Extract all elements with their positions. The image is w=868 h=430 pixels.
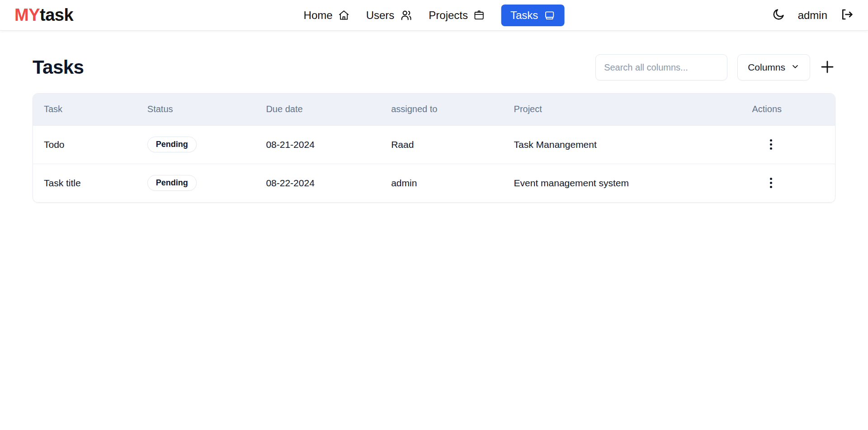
header-task[interactable]: Task xyxy=(33,94,137,125)
nav-users-label: Users xyxy=(366,9,395,22)
header-actions: Actions xyxy=(741,94,835,125)
row-actions-menu-button[interactable] xyxy=(766,137,776,151)
monitor-icon xyxy=(543,9,555,21)
cell-task: Task title xyxy=(33,164,137,202)
cell-task: Todo xyxy=(33,125,137,164)
header-assigned-to[interactable]: assigned to xyxy=(380,94,503,125)
logo-text-task: task xyxy=(40,5,73,24)
main-nav: Home Users Projects Tas xyxy=(304,0,565,31)
nav-home-label: Home xyxy=(304,9,333,22)
header-project[interactable]: Project xyxy=(503,94,741,125)
cell-assigned-to: Raad xyxy=(380,125,503,164)
logout-icon xyxy=(840,8,854,23)
table-row: Task title Pending 08-22-2024 admin Even… xyxy=(33,164,835,202)
cell-status: Pending xyxy=(137,164,255,202)
header-due-date[interactable]: Due date xyxy=(255,94,380,125)
chevron-down-icon xyxy=(791,62,800,73)
plus-icon xyxy=(819,59,835,76)
nav-item-home[interactable]: Home xyxy=(304,9,350,22)
cell-project: Event management system xyxy=(503,164,741,202)
nav-item-tasks[interactable]: Tasks xyxy=(501,5,564,26)
app-logo[interactable]: MYtask xyxy=(14,5,73,25)
nav-tasks-label: Tasks xyxy=(510,9,538,22)
nav-item-users[interactable]: Users xyxy=(366,9,413,22)
tasks-table: Task Status Due date assigned to Project… xyxy=(33,94,835,202)
search-input[interactable] xyxy=(595,54,727,80)
page-title: Tasks xyxy=(33,57,84,78)
cell-actions xyxy=(741,125,835,164)
nav-item-projects[interactable]: Projects xyxy=(429,9,485,22)
cell-project: Task Manangement xyxy=(503,125,741,164)
briefcase-icon xyxy=(473,9,485,21)
status-badge: Pending xyxy=(147,175,197,191)
logo-text-my: MY xyxy=(14,5,40,24)
row-actions-menu-button[interactable] xyxy=(766,176,776,190)
cell-due-date: 08-22-2024 xyxy=(255,164,380,202)
cell-actions xyxy=(741,164,835,202)
table-row: Todo Pending 08-21-2024 Raad Task Manang… xyxy=(33,125,835,164)
nav-projects-label: Projects xyxy=(429,9,468,22)
status-badge: Pending xyxy=(147,137,197,152)
moon-icon xyxy=(772,8,785,23)
page-header: Tasks Columns xyxy=(33,54,835,80)
username-label: admin xyxy=(798,9,827,22)
cell-due-date: 08-21-2024 xyxy=(255,125,380,164)
dark-mode-toggle[interactable] xyxy=(772,8,785,23)
cell-status: Pending xyxy=(137,125,255,164)
kebab-icon xyxy=(770,139,772,142)
table-header-row: Task Status Due date assigned to Project… xyxy=(33,94,835,125)
home-icon xyxy=(338,9,350,21)
columns-dropdown-button[interactable]: Columns xyxy=(737,54,810,80)
logout-button[interactable] xyxy=(840,8,854,23)
cell-assigned-to: admin xyxy=(380,164,503,202)
top-navbar: MYtask Home Users Projects xyxy=(0,0,868,31)
columns-button-label: Columns xyxy=(748,62,785,73)
header-status[interactable]: Status xyxy=(137,94,255,125)
add-task-button[interactable] xyxy=(819,59,835,76)
table-toolbar: Columns xyxy=(595,54,835,80)
nav-right-group: admin xyxy=(772,8,854,23)
main-content: Tasks Columns xyxy=(0,54,868,203)
users-icon xyxy=(400,9,412,22)
tasks-table-card: Task Status Due date assigned to Project… xyxy=(33,93,835,203)
kebab-icon xyxy=(770,178,772,180)
